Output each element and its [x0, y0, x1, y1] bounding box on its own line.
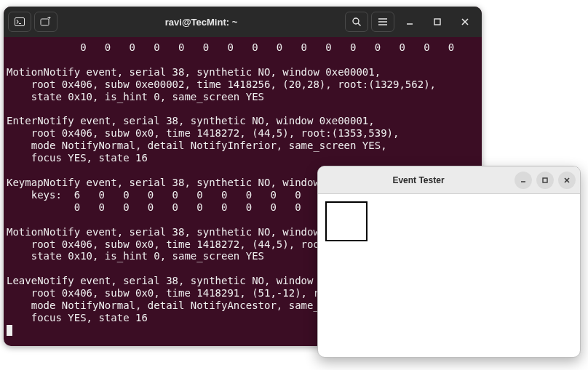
maximize-button[interactable] — [425, 12, 450, 32]
maximize-button[interactable] — [536, 172, 554, 189]
svg-rect-16 — [543, 178, 547, 182]
svg-rect-0 — [15, 18, 25, 26]
menu-button[interactable] — [371, 12, 394, 32]
terminal-titlebar[interactable]: ravi@TecMint: ~ — [4, 7, 482, 37]
minimize-button[interactable] — [514, 172, 532, 189]
new-tab-button[interactable] — [34, 12, 57, 32]
terminal-right-controls — [345, 12, 477, 32]
terminal-icon[interactable] — [8, 12, 31, 32]
event-tester-client-area[interactable] — [318, 194, 580, 249]
close-button[interactable] — [558, 172, 576, 189]
event-tester-controls — [514, 172, 576, 189]
event-tester-titlebar[interactable]: Event Tester — [318, 166, 580, 194]
svg-point-6 — [353, 18, 359, 24]
svg-line-7 — [358, 23, 361, 26]
search-button[interactable] — [345, 12, 368, 32]
minimize-button[interactable] — [397, 12, 422, 32]
event-tester-window: Event Tester — [317, 166, 581, 358]
terminal-title: ravi@TecMint: ~ — [165, 17, 238, 28]
svg-rect-12 — [434, 19, 440, 25]
close-button[interactable] — [453, 12, 477, 32]
event-tester-box[interactable] — [325, 201, 368, 241]
svg-rect-2 — [41, 19, 49, 25]
event-tester-title: Event Tester — [322, 175, 514, 185]
terminal-cursor — [7, 325, 12, 336]
